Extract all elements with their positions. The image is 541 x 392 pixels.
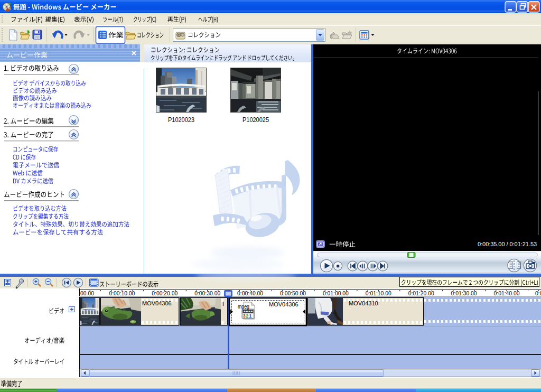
svg-text:MOV04306: MOV04306 xyxy=(269,301,299,307)
svg-text:0:00:20.00: 0:00:20.00 xyxy=(152,290,178,296)
svg-text:P1020025: P1020025 xyxy=(242,116,269,124)
svg-text:0:01:20.00: 0:01:20.00 xyxy=(408,290,434,296)
svg-text:I: I xyxy=(222,301,224,307)
svg-text:P1020023: P1020023 xyxy=(168,116,194,124)
svg-text:3: 3 xyxy=(243,313,246,319)
svg-text:0:01:30.00: 0:01:30.00 xyxy=(451,290,477,296)
svg-text:0:01:40.00: 0:01:40.00 xyxy=(494,290,520,296)
svg-text:0:00:30.00: 0:00:30.00 xyxy=(194,290,220,296)
svg-text:0:00:10.00: 0:00:10.00 xyxy=(109,290,135,296)
svg-text:1: 1 xyxy=(249,313,252,319)
svg-text:0:00:35.00 / 0:01:21.53: 0:00:35.00 / 0:01:21.53 xyxy=(478,241,537,247)
svg-text:0:00:40.00: 0:00:40.00 xyxy=(237,290,263,296)
svg-text:0:0: 0:0 xyxy=(535,290,541,296)
svg-text:0:01:10.00: 0:01:10.00 xyxy=(366,290,391,296)
svg-text:2: 2 xyxy=(246,313,249,319)
svg-text:0:00:50.00: 0:00:50.00 xyxy=(280,290,306,296)
svg-text:MOV04310: MOV04310 xyxy=(349,300,378,306)
svg-text:0:01:00.00: 0:01:00.00 xyxy=(323,290,349,296)
svg-text:00.00: 00.00 xyxy=(80,290,94,296)
svg-text:MOV04306: MOV04306 xyxy=(142,300,172,306)
svg-text:mpeg: mpeg xyxy=(238,303,249,310)
